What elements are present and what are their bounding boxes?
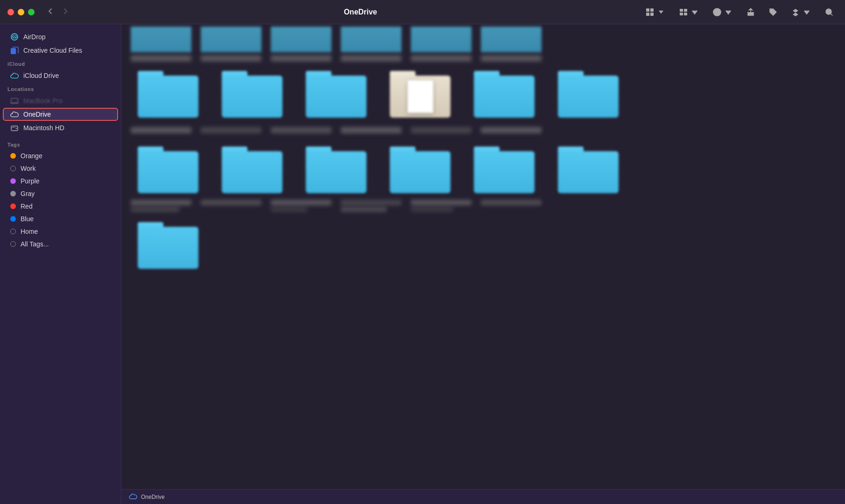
svg-point-10 (717, 11, 718, 12)
sidebar-item-tag-work[interactable]: Work (3, 162, 118, 175)
folder-item[interactable] (551, 147, 626, 193)
svg-point-9 (715, 11, 716, 12)
folder-icon (558, 71, 619, 118)
all-tags-dot (10, 241, 16, 247)
partial-folder-1 (131, 27, 191, 52)
svg-rect-4 (680, 9, 683, 12)
partial-folder-5 (411, 27, 472, 52)
airdrop-label: AirDrop (23, 33, 45, 41)
partial-folder-6 (481, 27, 542, 52)
folder-doc-icon (390, 71, 451, 118)
folder-item[interactable] (299, 147, 373, 193)
view-grid-button[interactable] (641, 6, 669, 19)
laptop-icon (10, 97, 19, 105)
tags-header: Tags (0, 138, 121, 149)
toolbar-right (641, 6, 838, 19)
minimize-button[interactable] (18, 9, 24, 15)
folder-row-2 (121, 142, 845, 198)
onedrive-status-icon (129, 493, 137, 501)
folder-icon (222, 71, 282, 118)
folder-item[interactable] (131, 147, 205, 193)
sidebar-item-all-tags[interactable]: All Tags... (3, 238, 118, 250)
creative-cloud-label: Creative Cloud Files (23, 47, 82, 54)
search-button[interactable] (821, 6, 838, 19)
folder-row-3 (121, 217, 845, 273)
creative-cloud-icon (10, 46, 19, 55)
locations-header: Locations (0, 83, 121, 94)
macbook-label: MacBook Pro (23, 97, 63, 105)
red-tag-dot (10, 203, 16, 209)
status-bar-label: OneDrive (141, 494, 165, 500)
back-button[interactable] (44, 5, 57, 19)
folder-item[interactable] (383, 147, 458, 193)
close-button[interactable] (7, 9, 14, 15)
share-button[interactable] (742, 6, 759, 19)
sidebar-item-tag-red[interactable]: Red (3, 200, 118, 212)
sidebar-item-icloud-drive[interactable]: iCloud Drive (3, 69, 118, 82)
svg-rect-17 (11, 98, 18, 103)
sidebar-item-macbook[interactable]: MacBook Pro (3, 94, 118, 107)
folder-icon (306, 71, 366, 118)
folder-icon (390, 147, 451, 193)
orange-tag-dot (10, 153, 16, 159)
folder-item[interactable] (467, 147, 542, 193)
folder-item[interactable] (131, 71, 205, 120)
onedrive-label: OneDrive (23, 111, 51, 118)
more-options-button[interactable] (709, 6, 737, 19)
main-layout: AirDrop Creative Cloud Files iCloud iClo… (0, 24, 845, 504)
purple-tag-dot (10, 178, 16, 184)
folder-icon (138, 222, 198, 269)
svg-point-11 (718, 11, 719, 12)
folder-item-doc[interactable] (383, 71, 458, 120)
folder-item[interactable] (131, 222, 205, 269)
sidebar-item-airdrop[interactable]: AirDrop (3, 30, 118, 43)
window-title: OneDrive (79, 8, 641, 16)
folder-row-1 (121, 66, 845, 125)
icloud-drive-label: iCloud Drive (23, 72, 59, 79)
svg-rect-3 (650, 13, 654, 16)
forward-button[interactable] (59, 5, 72, 19)
maximize-button[interactable] (28, 9, 35, 15)
titlebar: OneDrive (0, 0, 845, 24)
sidebar: AirDrop Creative Cloud Files iCloud iClo… (0, 24, 121, 504)
home-tag-label: Home (21, 228, 38, 235)
folder-item[interactable] (551, 71, 626, 120)
sidebar-item-macintosh-hd[interactable]: Macintosh HD (3, 121, 118, 134)
svg-rect-6 (680, 13, 683, 15)
sidebar-item-tag-home[interactable]: Home (3, 225, 118, 238)
folder-icon (138, 71, 198, 118)
partial-folder-2 (201, 27, 261, 52)
folder-item[interactable] (215, 71, 289, 120)
tag-button[interactable] (765, 6, 782, 19)
gray-tag-label: Gray (21, 190, 35, 197)
svg-rect-5 (684, 9, 687, 12)
sidebar-item-tag-blue[interactable]: Blue (3, 213, 118, 225)
sidebar-item-tag-orange[interactable]: Orange (3, 150, 118, 162)
sidebar-item-creative-cloud[interactable]: Creative Cloud Files (3, 44, 118, 57)
status-bar: OneDrive (121, 489, 845, 504)
all-tags-label: All Tags... (21, 240, 49, 248)
folder-item[interactable] (299, 71, 373, 120)
svg-point-15 (14, 38, 15, 39)
svg-rect-7 (684, 13, 687, 15)
folder-item[interactable] (467, 71, 542, 120)
folder-icon (306, 147, 366, 193)
folder-icon (138, 147, 198, 193)
dropbox-button[interactable] (787, 6, 815, 19)
work-tag-label: Work (21, 165, 35, 172)
sidebar-item-tag-gray[interactable]: Gray (3, 188, 118, 200)
sidebar-item-onedrive[interactable]: OneDrive (3, 108, 118, 121)
icloud-header: iCloud (0, 57, 121, 69)
folder-icon (474, 71, 535, 118)
work-tag-dot (10, 166, 16, 171)
folder-icon (222, 147, 282, 193)
svg-point-12 (771, 10, 772, 11)
home-tag-dot (10, 229, 16, 234)
folder-item[interactable] (215, 147, 289, 193)
content-area: OneDrive (121, 24, 845, 504)
svg-rect-0 (646, 8, 649, 12)
group-by-button[interactable] (675, 6, 703, 19)
sidebar-item-tag-purple[interactable]: Purple (3, 175, 118, 187)
svg-rect-1 (650, 8, 654, 12)
macintosh-hd-label: Macintosh HD (23, 124, 64, 132)
